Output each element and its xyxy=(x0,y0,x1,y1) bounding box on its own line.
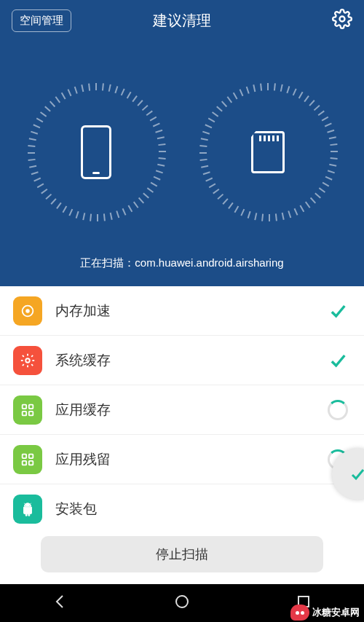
svg-point-0 xyxy=(340,17,345,22)
svg-rect-11 xyxy=(29,460,33,465)
watermark-text: 冰糖安卓网 xyxy=(312,606,360,619)
internal-storage-gauge xyxy=(20,76,173,229)
item-label: 安装包 xyxy=(55,500,325,519)
apps-icon xyxy=(13,395,42,425)
storage-gauges xyxy=(0,41,364,256)
phone-icon xyxy=(81,125,111,179)
svg-rect-9 xyxy=(29,454,33,458)
item-label: 应用残留 xyxy=(55,450,325,469)
nav-home-icon[interactable] xyxy=(173,593,191,613)
item-label: 应用缓存 xyxy=(55,401,325,420)
svg-rect-10 xyxy=(23,460,27,465)
watermark-icon xyxy=(290,605,309,621)
check-icon xyxy=(325,347,351,374)
clean-item-list: 内存加速系统缓存应用缓存应用残留安装包 xyxy=(0,286,364,527)
stop-scan-button[interactable]: 停止扫描 xyxy=(41,536,323,572)
list-item[interactable]: 应用残留 xyxy=(0,435,364,484)
svg-rect-7 xyxy=(29,411,33,415)
sdcard-storage-gauge xyxy=(191,76,344,229)
watermark: 冰糖安卓网 xyxy=(290,605,360,621)
scan-status: 正在扫描：com.huawei.android.airsharing xyxy=(0,256,364,286)
item-label: 内存加速 xyxy=(55,302,325,320)
svg-rect-4 xyxy=(23,404,27,409)
list-item[interactable]: 安装包 xyxy=(0,484,364,527)
check-icon xyxy=(325,298,351,324)
gear-icon xyxy=(13,346,42,375)
sdcard-icon xyxy=(251,131,285,173)
list-item[interactable]: 内存加速 xyxy=(0,286,364,336)
list-item[interactable]: 应用缓存 xyxy=(0,385,364,435)
svg-point-12 xyxy=(176,596,188,607)
list-item[interactable]: 系统缓存 xyxy=(0,336,364,385)
svg-rect-6 xyxy=(23,411,27,415)
scan-prefix: 正在扫描： xyxy=(80,256,135,269)
svg-point-3 xyxy=(25,358,30,363)
nav-back-icon[interactable] xyxy=(52,593,69,613)
android-icon xyxy=(13,495,42,524)
item-label: 系统缓存 xyxy=(55,351,325,370)
spinner-icon xyxy=(325,397,351,423)
svg-point-2 xyxy=(26,310,29,312)
footer: 停止扫描 xyxy=(0,527,364,584)
svg-rect-5 xyxy=(29,404,33,409)
status-empty xyxy=(325,496,351,522)
header-bar: 空间管理 建议清理 xyxy=(0,0,364,41)
target-icon xyxy=(13,296,42,326)
scan-target: com.huawei.android.airsharing xyxy=(135,256,283,269)
svg-rect-8 xyxy=(23,454,27,458)
space-manage-button[interactable]: 空间管理 xyxy=(12,9,71,32)
page-title: 建议清理 xyxy=(153,11,211,31)
apps-icon xyxy=(13,445,42,474)
settings-gear-icon[interactable] xyxy=(332,9,352,32)
